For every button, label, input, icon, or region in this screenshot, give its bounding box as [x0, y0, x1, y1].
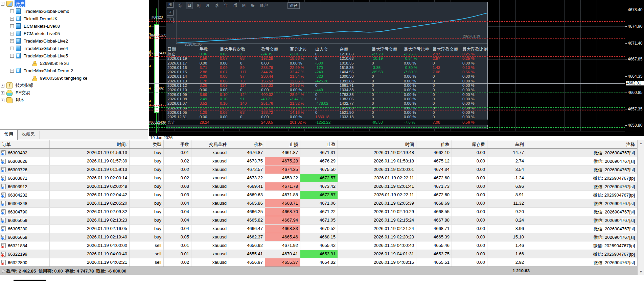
trade-arrow-icon	[149, 32, 151, 35]
period-tab-7[interactable]: 币	[232, 2, 238, 9]
orders-col-5[interactable]: 交易品种	[191, 140, 229, 148]
order-row[interactable]: 663047902026.01.19 02:09:32buy0.04xauusd…	[0, 208, 637, 216]
symbol: xauusd	[191, 250, 229, 258]
expand-toggle[interactable]: +	[10, 32, 14, 35]
period-tab-5[interactable]: 季	[214, 2, 220, 9]
period-tab-6[interactable]: 年	[223, 2, 229, 9]
stats-col-max_float_profit_pct: 最大浮盈比例	[461, 47, 488, 52]
nav-item-server[interactable]: −TradeMaxGlobal-Live5	[0, 52, 148, 59]
stop-loss: 4670.41	[265, 250, 300, 258]
orders-col-6[interactable]: 价格	[229, 140, 265, 148]
orders-col-10[interactable]: 价格	[416, 140, 452, 148]
order-row[interactable]: 663056582026.01.19 02:19:49buy0.05xauusd…	[0, 233, 637, 241]
period-tab-10[interactable]: 账户	[259, 2, 269, 9]
order-row[interactable]: 663038712026.01.19 02:00:14buy0.02xauusd…	[0, 174, 637, 182]
stop-loss: 4655.37	[265, 258, 300, 266]
stats-value: 327.33	[260, 83, 289, 88]
nav-item-server[interactable]: −TradeMaxGlobal-Demo-2	[0, 67, 148, 74]
orders-col-2[interactable]: 时间 ∕	[50, 140, 130, 148]
nav-item-server[interactable]: +TradeMaxGlobal-Live2	[0, 37, 148, 45]
order-row[interactable]: 663218842026.01.19 04:00:00sell0.01xauus…	[0, 241, 637, 250]
swap: 0.00	[452, 233, 487, 241]
expand-toggle[interactable]: +	[10, 9, 14, 13]
nav-item-fx[interactable]: +f技术指标	[0, 82, 148, 89]
order-id: 66305658	[8, 235, 27, 240]
order-row[interactable]: 663050592026.01.19 02:13:23buy0.04xauusd…	[0, 216, 637, 225]
tab-common[interactable]: 常用	[0, 130, 18, 140]
orders-col-4[interactable]: 手数	[164, 140, 191, 148]
order-row[interactable]: 663221992026.01.19 04:00:40sell0.01xauus…	[0, 250, 637, 258]
order-buy-icon	[1, 159, 6, 164]
expand-toggle[interactable]: +	[1, 99, 4, 102]
nav-item-server[interactable]: +ECMarkets-Live08	[0, 22, 148, 30]
swap: 0.00	[452, 225, 487, 233]
time-axis[interactable]: 19 Jan 2026	[149, 136, 644, 140]
period-tab-2[interactable]: 日	[186, 2, 192, 9]
orders-col-3[interactable]: 类型	[130, 140, 164, 148]
chart-image-button[interactable]: 图	[167, 2, 174, 8]
order-row[interactable]: 663043482026.01.19 02:05:20buy0.04xauusd…	[0, 199, 637, 208]
expand-toggle[interactable]: −	[10, 69, 14, 73]
scroll-down-icon[interactable]: ▼	[638, 269, 644, 275]
orders-col-8[interactable]: 止盈	[300, 140, 338, 148]
expand-toggle[interactable]: +	[10, 17, 14, 21]
orders-col-1[interactable]: 订单	[0, 140, 50, 148]
order-row[interactable]: 663036262026.01.19 01:57:39buy0.02xauusd…	[0, 157, 637, 165]
order-row[interactable]: 663039122026.01.19 02:00:48buy0.03xauusd…	[0, 182, 637, 191]
server-icon	[16, 46, 21, 51]
nav-item-user[interactable]: +990003589: tengteng ke	[0, 74, 148, 82]
price-scale[interactable]: 4678.404674.904671.404667.854664.354660.…	[625, 0, 644, 136]
period-tab-1[interactable]: 综	[177, 2, 183, 9]
nav-item-server[interactable]: +Tickmill-DemoUK	[0, 15, 148, 22]
nav-item-server[interactable]: +ECMarkets-Live05	[0, 30, 148, 37]
period-tab-4[interactable]: 月	[205, 2, 211, 9]
stats-value: 73	[239, 79, 260, 83]
stats-value: 0.00 %	[402, 79, 431, 83]
nav-item-ea[interactable]: +EA交易	[0, 89, 148, 97]
expand-toggle[interactable]: +	[10, 47, 14, 50]
period-tab-8[interactable]: M	[241, 3, 247, 8]
orders-header-row[interactable]: 订单时间 ∕类型手数交易品种价格止损止盈时间价格库存费获利注释	[0, 140, 637, 149]
order-row[interactable]: 663037262026.01.19 01:59:13buy0.02xauusd…	[0, 165, 637, 174]
scroll-up-icon[interactable]: ▲	[638, 140, 644, 146]
trade-arrow-icon	[149, 65, 151, 68]
order-row[interactable]: 663228002026.01.19 04:02:21sell0.02xauus…	[0, 258, 637, 267]
script-icon	[6, 97, 13, 103]
order-row[interactable]: 663034822026.01.19 01:56:13buy0.01xauusd…	[0, 149, 637, 157]
orders-scrollbar[interactable]: ▲ ▼	[637, 140, 644, 275]
chart-help-button[interactable]: ?	[167, 18, 174, 23]
lots: 0.03	[164, 182, 191, 190]
nav-item-server[interactable]: +TradeMaxGlobal-Demo	[0, 7, 148, 15]
path-button[interactable]: 路径	[288, 2, 300, 9]
open-price: 4672.57	[229, 165, 265, 174]
takeprofit-line	[149, 107, 625, 108]
stats-row: 2026.01.100.000.0000.000.00 %-4491334.38…	[166, 88, 488, 92]
stats-value: 0.00	[198, 88, 218, 92]
nav-item-server[interactable]: +TradeMaxGlobal-Live4	[0, 45, 148, 52]
order-row[interactable]: 663042322026.01.19 02:04:42buy0.03xauusd…	[0, 191, 637, 199]
period-tab-9[interactable]: 备	[250, 2, 256, 9]
orders-col-7[interactable]: 止损	[265, 140, 300, 148]
expand-toggle[interactable]: +	[10, 24, 14, 28]
nav-item-user[interactable]: +5269858: le xu	[0, 59, 148, 67]
stats-value: 1210.63	[338, 52, 370, 56]
open-price: 4673.22	[229, 174, 265, 182]
tab-favorites[interactable]: 收藏夹	[18, 130, 39, 140]
orders-col-11[interactable]: 库存费	[452, 140, 487, 148]
expand-toggle[interactable]: −	[10, 54, 14, 58]
orders-col-13[interactable]: 注释	[526, 140, 637, 148]
profit: 1.66	[487, 250, 526, 258]
expand-toggle[interactable]: +	[10, 39, 14, 43]
order-row[interactable]: 663052802026.01.19 02:16:05buy0.04xauusd…	[0, 225, 637, 233]
period-tab-3[interactable]: 周	[196, 2, 202, 9]
nav-item-script[interactable]: +脚本	[0, 97, 148, 104]
orders-col-12[interactable]: 获利	[487, 140, 526, 148]
nav-item-group[interactable]: −账户	[0, 0, 148, 7]
expand-toggle[interactable]: +	[1, 84, 4, 87]
order-id: 66304790	[8, 209, 27, 214]
orders-col-9[interactable]: 时间	[338, 140, 416, 148]
expand-toggle[interactable]: +	[1, 91, 4, 95]
expand-toggle[interactable]: −	[1, 2, 4, 6]
profit: 11.32	[487, 199, 526, 207]
chart-check-button[interactable]: √	[167, 10, 174, 16]
